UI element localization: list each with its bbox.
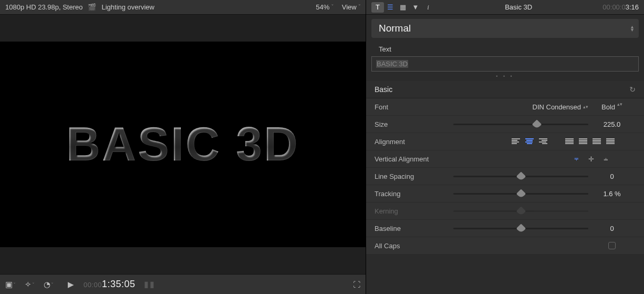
tab-generator-icon[interactable]: ▼ [409,2,422,13]
play-button[interactable]: ▶ [68,280,74,289]
label-alignment: Alignment [375,138,453,146]
row-font: Font DIN Condensed ▴▾ Bold ▴▾ [366,98,644,116]
tab-video-icon[interactable]: ▦ [397,2,409,13]
retime-tool-icon[interactable]: ◔ˇ [44,280,53,289]
tab-info-icon[interactable]: i [422,2,434,13]
tracking-value[interactable]: 1.6 % [588,190,636,198]
label-linespacing: Line Spacing [375,173,453,180]
inspector-tabs: T ☰ ▦ ▼ i [371,2,434,13]
viewer-stage[interactable]: BASIC 3D [0,42,366,248]
insp-tc-dim: 00:00:0 [603,3,625,11]
tab-title-icon[interactable]: ☰ [384,2,397,13]
viewer-timecode[interactable]: 00:001:35:05 [84,279,136,290]
timecode-bright: 1:35:05 [102,279,136,289]
inspector-timecode: 00:00:03:16 [603,3,639,11]
baseline-value[interactable]: 0 [588,225,636,232]
view-chevron-icon[interactable]: ˇ [359,4,360,10]
font-weight-dropdown[interactable]: Bold ▴▾ [588,103,636,111]
fullscreen-icon[interactable]: ⛶ [353,280,360,289]
resize-handle-icon[interactable]: • • • [366,72,644,81]
row-allcaps: All Caps [366,237,644,255]
row-kerning: Kerning [366,202,644,220]
inspector-title: Basic 3D [434,3,603,11]
viewer-topbar: 1080p HD 23.98p, Stereo 🎬 Lighting overv… [0,0,366,15]
valign-bottom-icon[interactable]: ⫨ [603,155,609,163]
linespacing-slider[interactable] [453,176,588,177]
label-tracking: Tracking [375,190,453,198]
zoom-chevron-icon[interactable]: ˇ [331,4,333,10]
row-size: Size 225.0 [366,116,644,133]
reset-icon[interactable]: ↺ [629,85,636,94]
format-label: 1080p HD 23.98p, Stereo [5,3,82,11]
valign-top-icon[interactable]: ⫧ [573,155,580,163]
valign-icons: ⫧ ✛ ⫨ [573,155,636,163]
text-input-value: BASIC 3D [376,60,408,68]
justify-right-icon[interactable] [593,138,601,145]
updown-icon: ▴▾ [583,106,588,108]
size-slider[interactable] [453,124,588,125]
align-left-icon[interactable] [512,138,520,145]
clapboard-icon[interactable]: 🎬 [88,3,96,11]
alignment-icons [512,138,636,145]
font-family-value: DIN Condensed [533,103,581,111]
linespacing-value[interactable]: 0 [588,173,636,180]
font-weight-value: Bold [601,103,615,111]
label-valign: Vertical Alignment [375,155,453,163]
row-linespacing: Line Spacing 0 [366,168,644,185]
label-font: Font [375,103,453,111]
effects-tool-icon[interactable]: ✧ˇ [25,280,34,289]
justify-center-icon[interactable] [579,138,587,145]
updown-icon: ▴▾ [617,103,622,111]
text-style-name: Normal [379,23,411,34]
baseline-slider[interactable] [453,228,588,229]
label-allcaps: All Caps [375,242,453,250]
valign-middle-icon[interactable]: ✛ [588,155,594,163]
inspector-topbar: T ☰ ▦ ▼ i Basic 3D 00:00:03:16 [366,0,644,15]
view-menu[interactable]: View [342,3,357,11]
tracking-slider[interactable] [453,193,588,195]
justify-left-icon[interactable] [565,138,574,145]
row-tracking: Tracking 1.6 % [366,185,644,202]
inspector-panel: T ☰ ▦ ▼ i Basic 3D 00:00:03:16 Normal ▴▾… [366,0,644,294]
row-valign: Vertical Alignment ⫧ ✛ ⫨ [366,150,644,168]
row-baseline: Baseline 0 [366,220,644,237]
crop-tool-icon[interactable]: ▣ˇ [5,280,15,289]
font-family-dropdown[interactable]: DIN Condensed ▴▾ [533,103,589,111]
section-basic-header[interactable]: Basic ↺ [366,81,644,98]
stage-text: BASIC 3D [66,117,299,171]
text-section-label: Text [366,42,644,56]
allcaps-checkbox[interactable] [608,242,616,249]
text-input[interactable]: BASIC 3D [371,56,639,72]
clip-name[interactable]: Lighting overview [101,3,154,11]
tab-text-icon[interactable]: T [371,2,384,13]
label-baseline: Baseline [375,225,453,232]
text-style-dropdown[interactable]: Normal ▴▾ [371,19,639,38]
timecode-dim: 00:00 [84,281,102,289]
align-right-icon[interactable] [539,138,547,145]
size-value[interactable]: 225.0 [588,120,636,128]
kerning-slider [453,210,588,212]
label-size: Size [375,120,453,128]
label-kerning: Kerning [375,207,453,215]
align-center-icon[interactable] [525,138,534,145]
viewer-stage-wrap: BASIC 3D [0,15,366,274]
viewer-panel: 1080p HD 23.98p, Stereo 🎬 Lighting overv… [0,0,366,294]
viewer-bottombar: ▣ˇ ✧ˇ ◔ˇ ▶ 00:001:35:05 ▮▮ ⛶ [0,274,366,294]
justify-full-icon[interactable] [606,138,615,145]
audio-meter-icon: ▮▮ [144,279,155,289]
updown-icon: ▴▾ [631,25,633,32]
zoom-value[interactable]: 54% [316,3,329,11]
section-basic-label: Basic [375,85,392,94]
row-alignment: Alignment [366,133,644,150]
insp-tc-bright: 3:16 [626,3,639,11]
